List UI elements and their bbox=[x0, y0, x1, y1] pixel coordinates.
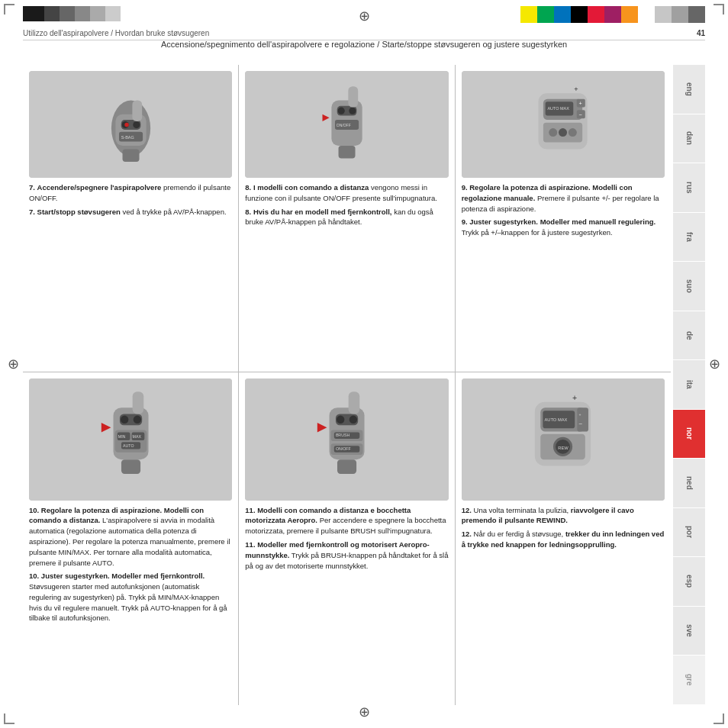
panel-8-text-nor: 8. Hvis du har en modell med fjernkontro… bbox=[245, 207, 448, 228]
panel-9-image: AUTO MAX + − bbox=[462, 71, 665, 178]
color-bar-right bbox=[520, 6, 705, 23]
svg-marker-16 bbox=[322, 114, 329, 121]
svg-point-35 bbox=[133, 415, 140, 423]
svg-point-7 bbox=[124, 122, 128, 126]
svg-rect-50 bbox=[337, 459, 356, 474]
svg-text:−: − bbox=[579, 420, 583, 427]
svg-text:+: + bbox=[579, 99, 582, 106]
corner-mark-tl bbox=[4, 4, 14, 14]
corner-mark-bl bbox=[4, 714, 14, 724]
svg-rect-14 bbox=[338, 145, 355, 157]
panel-10-image: MIN MAX AUTO bbox=[29, 378, 232, 501]
svg-rect-15 bbox=[348, 86, 358, 107]
panel-9: AUTO MAX + − bbox=[456, 65, 671, 372]
panel-7-image: S-BAG bbox=[29, 71, 232, 178]
svg-text:REW: REW bbox=[559, 445, 569, 449]
svg-point-48 bbox=[337, 415, 344, 423]
panel-8: ON/OFF 8. I modelli con comando a distan… bbox=[239, 65, 455, 372]
svg-rect-5 bbox=[122, 149, 139, 161]
panel-9-text-nor: 9. Juster sugestyrken. Modeller med manu… bbox=[462, 217, 665, 238]
lang-item-fra[interactable]: fra bbox=[673, 213, 705, 263]
instructions-grid: S-BAG 7. Accendere/spegnere l'aspirapolv… bbox=[23, 65, 671, 705]
main-content: engdanrusfrasuodeitanornedporespsvegre bbox=[23, 65, 705, 705]
panel-11-text-nor: 11. Modeller med fjernkontroll og motori… bbox=[245, 540, 448, 571]
lang-item-nor[interactable]: nor bbox=[673, 410, 705, 459]
svg-text:AUTO MAX: AUTO MAX bbox=[548, 106, 570, 111]
svg-point-30 bbox=[569, 128, 577, 137]
svg-point-28 bbox=[549, 128, 558, 137]
svg-text:+: + bbox=[572, 393, 577, 401]
svg-text:MAX: MAX bbox=[132, 434, 141, 439]
svg-text:ON/OFF: ON/OFF bbox=[336, 446, 351, 451]
panel-12-text-nor: 12. Når du er ferdig å støvsuge, trekker… bbox=[462, 529, 665, 550]
lang-item-de[interactable]: de bbox=[673, 311, 705, 361]
svg-rect-36 bbox=[121, 459, 140, 474]
panel-12: AUTO MAX + − REW + bbox=[456, 372, 671, 705]
svg-point-13 bbox=[349, 107, 356, 114]
panel-11-image: BRUSH ON/OFF bbox=[245, 378, 448, 501]
lang-item-gre[interactable]: gre bbox=[673, 656, 705, 705]
panel-12-text-ita: 12. Una volta terminata la pulizia, riav… bbox=[462, 505, 665, 527]
svg-marker-52 bbox=[317, 423, 327, 433]
corner-mark-br bbox=[714, 714, 724, 724]
lang-item-eng[interactable]: eng bbox=[673, 65, 705, 114]
lang-item-suo[interactable]: suo bbox=[673, 262, 705, 311]
corner-mark-tr bbox=[714, 4, 724, 14]
lang-item-dan[interactable]: dan bbox=[673, 114, 705, 164]
crosshair-right: ⊕ bbox=[709, 356, 720, 372]
crosshair-top: ⊕ bbox=[359, 8, 370, 24]
color-strip-left bbox=[23, 6, 121, 21]
panel-10-text-nor: 10. Juster sugestyrken. Modeller med fje… bbox=[29, 571, 232, 623]
svg-point-29 bbox=[559, 128, 567, 137]
lang-item-esp[interactable]: esp bbox=[673, 557, 705, 607]
panel-7-text-ita: 7. Accendere/spegnere l'aspirapolvere pr… bbox=[29, 182, 232, 204]
panel-10: MIN MAX AUTO 10. Regolare la potenza di … bbox=[23, 372, 239, 705]
svg-text:S-BAG: S-BAG bbox=[121, 134, 134, 139]
svg-text:−: − bbox=[579, 111, 582, 118]
svg-text:AUTO: AUTO bbox=[123, 443, 134, 448]
panel-11: BRUSH ON/OFF 11. Modelli con comando a d… bbox=[239, 372, 455, 705]
svg-text:+: + bbox=[579, 411, 581, 416]
crosshair-left: ⊕ bbox=[8, 356, 19, 372]
lang-item-ita[interactable]: ita bbox=[673, 360, 705, 410]
page-title: Accensione/spegnimento dell'aspirapolver… bbox=[23, 40, 705, 49]
bottom-row: MIN MAX AUTO 10. Regolare la potenza di … bbox=[23, 372, 671, 705]
lang-item-sve[interactable]: sve bbox=[673, 607, 705, 656]
panel-7: S-BAG 7. Accendere/spegnere l'aspirapolv… bbox=[23, 65, 239, 372]
svg-point-49 bbox=[350, 415, 357, 423]
svg-text:BRUSH: BRUSH bbox=[336, 433, 350, 437]
svg-rect-6 bbox=[132, 100, 142, 121]
panel-8-text-ita: 8. I modelli con comando a distanza veng… bbox=[245, 182, 448, 204]
panel-11-text-ita: 11. Modelli con comando a distanza e boc… bbox=[245, 505, 448, 536]
svg-rect-37 bbox=[132, 391, 143, 414]
crosshair-bottom: ⊕ bbox=[359, 704, 370, 720]
panel-7-text-nor: 7. Start/stopp støvsugeren ved å trykke … bbox=[29, 207, 232, 217]
language-sidebar: engdanrusfrasuodeitanornedporespsvegre bbox=[673, 65, 705, 705]
svg-text:+: + bbox=[574, 85, 578, 93]
lang-item-ned[interactable]: ned bbox=[673, 459, 705, 508]
page-header: Utilizzo dell'aspirapolvere / Hvordan br… bbox=[23, 29, 705, 40]
panel-9-text-ita: 9. Regolare la potenza di aspirazione. M… bbox=[462, 182, 665, 214]
lang-item-rus[interactable]: rus bbox=[673, 163, 705, 213]
lang-item-por[interactable]: por bbox=[673, 508, 705, 558]
svg-text:MIN: MIN bbox=[118, 434, 125, 439]
svg-text:AUTO MAX: AUTO MAX bbox=[545, 417, 568, 422]
page-number: 41 bbox=[697, 29, 705, 37]
panel-8-image: ON/OFF bbox=[245, 71, 448, 178]
svg-point-12 bbox=[338, 107, 345, 114]
top-row: S-BAG 7. Accendere/spegnere l'aspirapolv… bbox=[23, 65, 671, 372]
header-text: Utilizzo dell'aspirapolvere / Hvordan br… bbox=[23, 29, 209, 37]
panel-12-image: AUTO MAX + − REW + bbox=[462, 378, 665, 501]
panel-10-text-ita: 10. Regolare la potenza di aspirazione. … bbox=[29, 505, 232, 569]
svg-marker-38 bbox=[101, 423, 111, 433]
svg-text:ON/OFF: ON/OFF bbox=[337, 123, 351, 127]
svg-point-34 bbox=[121, 415, 128, 423]
svg-rect-51 bbox=[349, 391, 360, 414]
svg-point-4 bbox=[133, 121, 140, 127]
